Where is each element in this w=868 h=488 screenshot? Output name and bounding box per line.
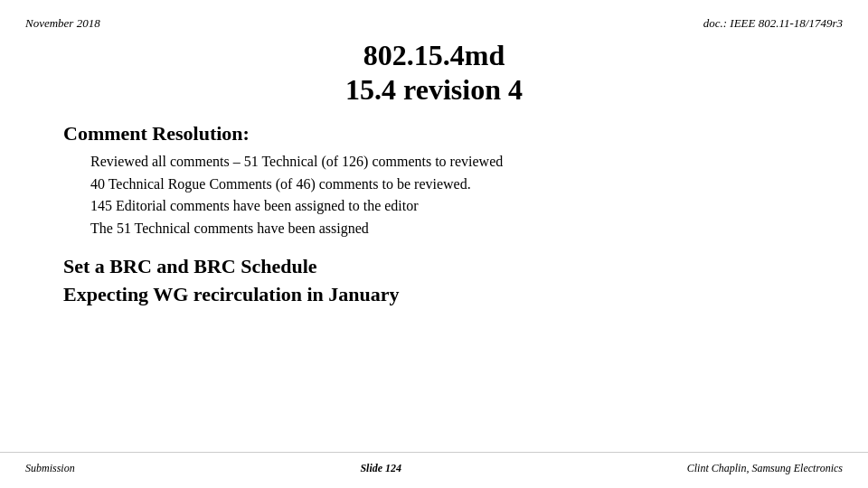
list-item: Reviewed all comments – 51 Technical (of… [90,151,805,174]
footer-slide-number: Slide 124 [360,462,401,475]
slide-header: November 2018 doc.: IEEE 802.11-18/1749r… [0,0,868,31]
bold-item-2: Expecting WG recirculation in January [63,281,805,309]
footer-author: Clint Chaplin, Samsung Electronics [687,462,843,475]
title-line1: 802.15.4md [25,38,843,72]
bold-item-1: Set a BRC and BRC Schedule [63,253,805,281]
list-item: The 51 Technical comments have been assi… [90,218,805,240]
header-date: November 2018 [25,16,100,31]
content-section: Comment Resolution: Reviewed all comment… [0,108,868,309]
title-line2: 15.4 revision 4 [25,72,843,107]
section-label: Comment Resolution: [63,122,805,145]
list-item: 145 Editorial comments have been assigne… [90,195,805,218]
title-section: 802.15.4md 15.4 revision 4 [0,38,868,108]
header-doc-id: doc.: IEEE 802.11-18/1749r3 [703,16,843,31]
slide-footer: Submission Slide 124 Clint Chaplin, Sams… [0,452,868,488]
bullet-list: Reviewed all comments – 51 Technical (of… [63,151,805,240]
list-item: 40 Technical Rogue Comments (of 46) comm… [90,174,805,196]
slide: November 2018 doc.: IEEE 802.11-18/1749r… [0,0,868,488]
footer-submission: Submission [25,462,75,475]
bold-items: Set a BRC and BRC Schedule Expecting WG … [63,253,805,309]
